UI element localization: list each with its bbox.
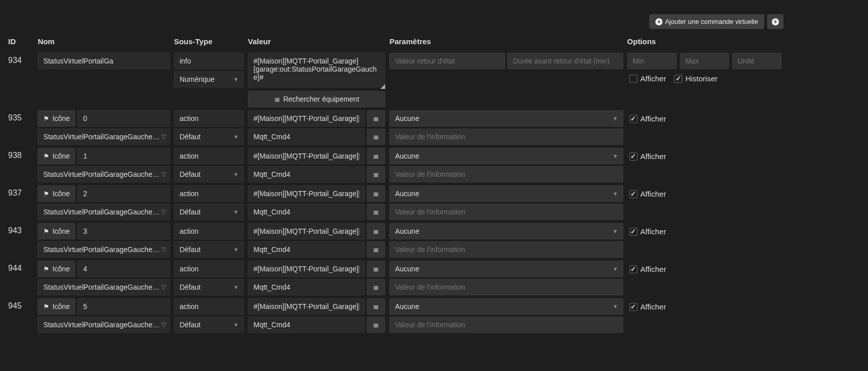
- show-checkbox[interactable]: Afficher: [629, 265, 667, 273]
- cmd-value-input-2[interactable]: [248, 129, 365, 145]
- return-delay-input[interactable]: [507, 53, 623, 69]
- list-icon: [373, 283, 379, 291]
- list-icon: [373, 321, 379, 329]
- icon-picker-button[interactable]: Icône: [38, 110, 75, 127]
- show-label: Afficher: [641, 190, 667, 198]
- param-select[interactable]: [389, 261, 623, 277]
- info-value-input[interactable]: [389, 317, 623, 333]
- cmd-value-input-2[interactable]: [248, 241, 365, 258]
- filter-icon: ▽: [161, 321, 166, 328]
- value-list-button-1[interactable]: [367, 110, 385, 127]
- value-list-button-2[interactable]: [367, 279, 385, 295]
- info-value-input[interactable]: [389, 166, 623, 182]
- add-extra-button[interactable]: +: [767, 14, 784, 29]
- cmd-value-input-1[interactable]: [248, 223, 365, 239]
- show-checkbox[interactable]: Afficher: [629, 302, 667, 311]
- cmd-value-input-1[interactable]: [248, 261, 365, 277]
- cmd-subtype-select[interactable]: [174, 279, 244, 295]
- cmd-id: 935: [6, 109, 36, 146]
- cmd-subtype-select[interactable]: [174, 241, 244, 258]
- list-icon: [373, 190, 379, 198]
- cmd-value-input-1[interactable]: [248, 298, 365, 315]
- value-list-button-1[interactable]: [367, 186, 385, 202]
- link-info-input[interactable]: [38, 279, 170, 295]
- show-checkbox[interactable]: Afficher: [629, 114, 667, 123]
- add-virtual-command-label: Ajouter une commande virtuelle: [665, 18, 758, 25]
- info-value-input[interactable]: [389, 129, 623, 145]
- cmd-subtype-select[interactable]: [174, 204, 244, 220]
- checkbox-checked-icon: [629, 265, 638, 273]
- cmd-subtype-select[interactable]: [174, 71, 244, 87]
- cmd-type-select[interactable]: [174, 261, 244, 277]
- value-list-button-1[interactable]: [367, 148, 385, 164]
- add-virtual-command-button[interactable]: + Ajouter une commande virtuelle: [649, 14, 764, 29]
- icon-value-input[interactable]: [77, 261, 170, 277]
- historize-checkbox[interactable]: Historiser: [674, 74, 717, 83]
- show-checkbox[interactable]: Afficher: [629, 227, 667, 236]
- return-value-input[interactable]: [389, 53, 505, 69]
- cmd-value-textarea[interactable]: #[Maison][MQTT-Portail_Garage][garage:ou…: [248, 53, 385, 87]
- unit-input[interactable]: [732, 53, 782, 69]
- filter-icon: ▽: [161, 171, 166, 178]
- icon-label: Icône: [52, 152, 70, 160]
- icon-value-input[interactable]: [77, 223, 170, 239]
- link-info-input[interactable]: [38, 129, 170, 145]
- cmd-subtype-select[interactable]: [174, 166, 244, 182]
- show-checkbox[interactable]: Afficher: [629, 190, 667, 198]
- cmd-type-select[interactable]: [174, 186, 244, 202]
- cmd-type-select[interactable]: [174, 298, 244, 315]
- cmd-value-input-1[interactable]: [248, 148, 365, 164]
- min-input[interactable]: [627, 53, 677, 69]
- value-list-button-1[interactable]: [367, 223, 385, 239]
- value-list-button-1[interactable]: [367, 298, 385, 315]
- param-select[interactable]: [389, 223, 623, 239]
- list-icon: [373, 245, 379, 254]
- link-info-input[interactable]: [38, 166, 170, 182]
- cmd-value-input-1[interactable]: [248, 110, 365, 127]
- link-info-input[interactable]: [38, 241, 170, 258]
- link-info-input[interactable]: [38, 204, 170, 220]
- cmd-type-select[interactable]: [174, 148, 244, 164]
- link-info-input[interactable]: [38, 317, 170, 333]
- icon-picker-button[interactable]: Icône: [38, 261, 75, 277]
- info-value-input[interactable]: [389, 241, 623, 258]
- value-list-button-2[interactable]: [367, 166, 385, 182]
- icon-value-input[interactable]: [77, 148, 170, 164]
- cmd-subtype-select[interactable]: [174, 129, 244, 145]
- value-list-button-1[interactable]: [367, 261, 385, 277]
- icon-picker-button[interactable]: Icône: [38, 148, 75, 164]
- max-input[interactable]: [680, 53, 729, 69]
- icon-picker-button[interactable]: Icône: [38, 298, 75, 315]
- cmd-value-input-1[interactable]: [248, 186, 365, 202]
- header-parametres: Paramètres: [387, 34, 625, 51]
- param-select[interactable]: [389, 148, 623, 164]
- param-select[interactable]: [389, 110, 623, 127]
- header-nom: Nom: [36, 34, 172, 51]
- icon-picker-button[interactable]: Icône: [38, 186, 75, 202]
- info-value-input[interactable]: [389, 279, 623, 295]
- flag-icon: [43, 302, 49, 311]
- cmd-value-input-2[interactable]: [248, 166, 365, 182]
- cmd-value-input-2[interactable]: [248, 317, 365, 333]
- cmd-type-select[interactable]: [174, 53, 244, 69]
- icon-value-input[interactable]: [77, 298, 170, 315]
- info-value-input[interactable]: [389, 204, 623, 220]
- value-list-button-2[interactable]: [367, 204, 385, 220]
- value-list-button-2[interactable]: [367, 317, 385, 333]
- value-list-button-2[interactable]: [367, 241, 385, 258]
- icon-value-input[interactable]: [77, 110, 170, 127]
- cmd-name-input[interactable]: [38, 53, 170, 69]
- cmd-subtype-select[interactable]: [174, 317, 244, 333]
- cmd-value-input-2[interactable]: [248, 279, 365, 295]
- search-equipment-button[interactable]: Rechercher équipement: [248, 91, 385, 107]
- cmd-type-select[interactable]: [174, 110, 244, 127]
- show-checkbox[interactable]: Afficher: [629, 74, 667, 83]
- value-list-button-2[interactable]: [367, 129, 385, 145]
- icon-value-input[interactable]: [77, 186, 170, 202]
- cmd-type-select[interactable]: [174, 223, 244, 239]
- show-checkbox[interactable]: Afficher: [629, 152, 667, 161]
- param-select[interactable]: [389, 298, 623, 315]
- icon-picker-button[interactable]: Icône: [38, 223, 75, 239]
- cmd-value-input-2[interactable]: [248, 204, 365, 220]
- param-select[interactable]: [389, 186, 623, 202]
